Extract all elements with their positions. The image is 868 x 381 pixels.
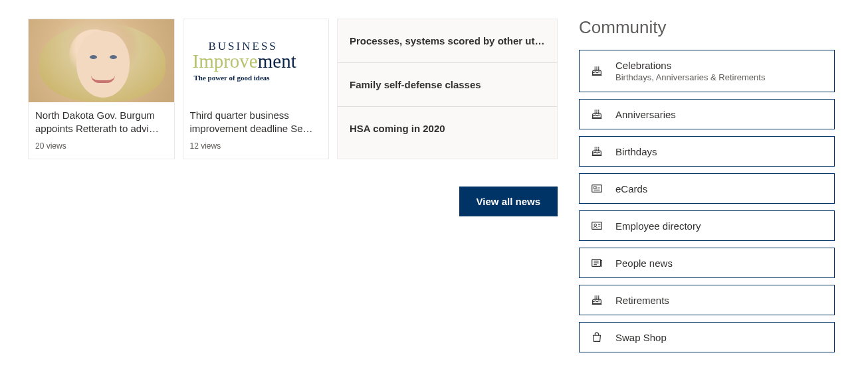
cake-icon [590,108,603,121]
community-item-people-news[interactable]: People news [579,248,835,278]
bag-icon [590,331,603,344]
community-item-birthdays[interactable]: Birthdays [579,136,835,167]
community-item-title: Retirements [615,295,669,306]
headline-item[interactable]: HSA coming in 2020 [338,107,557,150]
news-card[interactable]: BUSINESS Improvement The power of good i… [183,19,330,159]
community-sidebar: Community Celebrations Birthdays, Annive… [579,17,835,352]
community-item-retirements[interactable]: Retirements [579,285,835,315]
community-item-employee-directory[interactable]: Employee directory [579,210,835,241]
headline-item[interactable]: Processes, systems scored by other utili… [338,19,557,63]
directory-icon [590,219,603,232]
news-card-title: North Dakota Gov. Burgum appoints Retter… [35,109,167,136]
headline-item[interactable]: Family self-defense classes [338,63,557,107]
community-item-title: Birthdays [615,146,657,157]
cake-icon [590,293,603,307]
cake-icon [590,64,603,78]
news-card-title: Third quarter business improvement deadl… [190,109,322,136]
news-thumbnail-business-improvement: BUSINESS Improvement The power of good i… [183,19,329,102]
news-cards-row: North Dakota Gov. Burgum appoints Retter… [28,19,558,159]
community-item-ecards[interactable]: eCards [579,173,835,204]
community-item-title: Swap Shop [615,332,667,343]
community-item-title: People news [615,258,673,269]
community-item-swap-shop[interactable]: Swap Shop [579,322,835,352]
card-icon [590,182,603,195]
community-heading: Community [579,17,835,38]
news-section: North Dakota Gov. Burgum appoints Retter… [28,19,558,159]
community-item-title: Employee directory [615,220,701,232]
news-card-views: 20 views [35,141,167,151]
community-item-title: eCards [615,183,647,194]
news-icon [590,256,603,269]
logo-text-line2: Improvement [193,52,320,71]
cake-icon [590,145,603,158]
headlines-block: Processes, systems scored by other utili… [337,19,558,159]
news-card-views: 12 views [190,141,322,151]
view-all-news-button[interactable]: View all news [459,187,558,216]
community-item-celebrations[interactable]: Celebrations Birthdays, Anniversaries & … [579,50,835,92]
community-item-anniversaries[interactable]: Anniversaries [579,99,835,129]
logo-tagline: The power of good ideas [194,74,320,82]
news-card[interactable]: North Dakota Gov. Burgum appoints Retter… [28,19,175,159]
community-list: Celebrations Birthdays, Anniversaries & … [579,50,835,352]
community-item-subtitle: Birthdays, Anniversaries & Retirements [615,72,765,82]
community-item-title: Celebrations [615,60,765,71]
community-item-title: Anniversaries [615,109,676,120]
news-thumbnail-portrait [29,19,174,102]
